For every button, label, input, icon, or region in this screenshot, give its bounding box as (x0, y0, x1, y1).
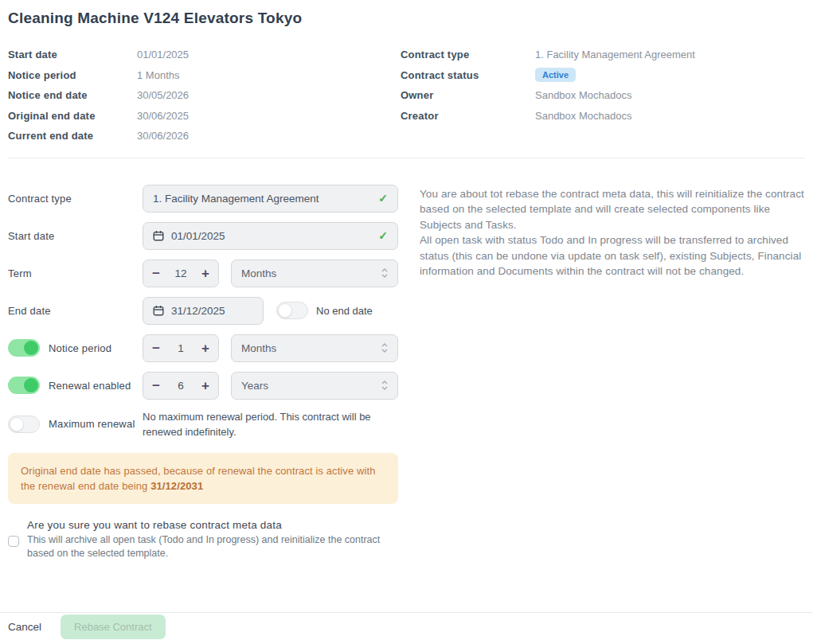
no-end-date-toggle[interactable] (276, 302, 308, 319)
summary-left: Start date 01/01/2025 Notice period 1 Mo… (8, 45, 401, 146)
notice-decrement-button[interactable]: − (152, 342, 160, 355)
summary-row-owner: Owner Sandbox Mochadocs (401, 85, 805, 106)
maximum-renewal-note: No maximum renewal period. This contract… (143, 409, 398, 439)
cancel-button[interactable]: Cancel (8, 621, 41, 633)
summary-value: 30/06/2025 (137, 110, 189, 122)
no-end-date-label: No end date (316, 305, 373, 317)
explanation-paragraph-1: You are about tot rebase the contract me… (420, 186, 805, 233)
summary-right: Contract type 1. Facility Management Agr… (401, 45, 805, 146)
chevron-updown-icon (381, 342, 388, 353)
summary-row-notice-period: Notice period 1 Months (8, 65, 401, 86)
renewal-unit-value: Years (241, 380, 268, 392)
summary-label: Contract type (401, 49, 535, 60)
summary-label: Start date (8, 49, 137, 60)
rebase-contract-button[interactable]: Rebase Contract (61, 615, 166, 639)
summary-label: Creator (401, 110, 535, 122)
renewal-value[interactable]: 6 (178, 380, 184, 392)
calendar-icon (153, 230, 164, 241)
summary-label: Notice period (8, 69, 137, 81)
summary-row-contract-status: Contract status Active (401, 65, 805, 86)
form-row-notice-period: Notice period − 1 + Months (8, 334, 398, 362)
contract-summary: Start date 01/01/2025 Notice period 1 Mo… (8, 45, 805, 146)
start-date-value: 01/01/2025 (171, 230, 225, 242)
form-row-renewal: Renewal enabled − 6 + Years (8, 372, 398, 400)
summary-row-current-end-date: Current end date 30/06/2026 (8, 126, 401, 146)
renewal-increment-button[interactable]: + (201, 379, 209, 392)
form-row-maximum-renewal: Maximum renewal No maximum renewal perio… (8, 409, 398, 439)
summary-row-notice-end-date: Notice end date 30/05/2026 (8, 85, 401, 106)
term-unit-value: Months (241, 267, 276, 279)
summary-value: 1 Months (137, 69, 179, 81)
field-label: Term (8, 267, 143, 279)
page-title: Cleaning Machine V124 Elevators Tokyo (8, 10, 805, 27)
form-row-term: Term − 12 + Months (8, 260, 398, 287)
status-badge: Active (535, 68, 576, 82)
calendar-icon (153, 305, 164, 316)
summary-label: Original end date (8, 110, 137, 122)
term-stepper: − 12 + (143, 260, 219, 287)
notice-period-value[interactable]: 1 (178, 342, 184, 354)
rebase-explanation: You are about tot rebase the contract me… (420, 185, 805, 560)
valid-check-icon: ✓ (378, 229, 388, 242)
notice-period-unit-value: Months (241, 342, 276, 354)
renewal-stepper: − 6 + (143, 372, 219, 400)
term-decrement-button[interactable]: − (152, 267, 160, 280)
summary-value: 30/05/2026 (137, 89, 189, 101)
field-label: Contract type (8, 193, 143, 205)
summary-label: Current end date (8, 130, 137, 142)
section-divider (8, 158, 805, 158)
notice-period-label: Notice period (49, 342, 111, 354)
confirm-checkbox[interactable] (8, 536, 19, 547)
renewal-warning-banner: Original end date has passed, because of… (8, 453, 398, 504)
form-row-start-date: Start date 01/01/2025 ✓ (8, 222, 398, 250)
summary-label: Owner (401, 89, 535, 101)
renewal-unit-select[interactable]: Years (231, 372, 398, 400)
summary-row-contract-type: Contract type 1. Facility Management Agr… (401, 45, 805, 65)
contract-type-select[interactable]: 1. Facility Management Agreement ✓ (143, 185, 398, 213)
valid-check-icon: ✓ (378, 192, 388, 205)
confirm-description: This will archive all open task (Todo an… (27, 533, 393, 560)
field-label: End date (8, 305, 143, 317)
maximum-renewal-toggle[interactable] (8, 416, 40, 433)
form-row-end-date: End date 31/12/2025 No end date (8, 297, 398, 325)
contract-type-value: 1. Facility Management Agreement (153, 193, 319, 205)
maximum-renewal-label: Maximum renewal (49, 418, 135, 430)
term-increment-button[interactable]: + (201, 267, 209, 280)
summary-row-start-date: Start date 01/01/2025 (8, 45, 401, 65)
confirm-title: Are you sure you want to rebase contract… (27, 519, 393, 531)
renewal-decrement-button[interactable]: − (152, 379, 160, 392)
explanation-paragraph-2: All open task with status Todo and In pr… (420, 232, 805, 279)
term-value[interactable]: 12 (174, 267, 186, 279)
field-label: Start date (8, 230, 143, 242)
warning-renewal-end-date: 31/12/2031 (150, 480, 203, 492)
footer-bar: Cancel Rebase Contract (0, 612, 813, 644)
contract-rebase-panel: Cleaning Machine V124 Elevators Tokyo St… (0, 0, 813, 644)
summary-label: Notice end date (8, 89, 137, 101)
summary-value: 1. Facility Management Agreement (535, 49, 695, 60)
form-row-contract-type: Contract type 1. Facility Management Agr… (8, 185, 398, 213)
rebase-form: Contract type 1. Facility Management Agr… (8, 185, 398, 560)
summary-value: 01/01/2025 (137, 49, 189, 60)
summary-value: Sandbox Mochadocs (535, 89, 631, 101)
chevron-updown-icon (381, 267, 388, 279)
summary-row-original-end-date: Original end date 30/06/2025 (8, 106, 401, 127)
notice-increment-button[interactable]: + (201, 342, 209, 355)
notice-period-toggle[interactable] (8, 339, 40, 357)
notice-period-unit-select[interactable]: Months (231, 334, 398, 362)
end-date-value: 31/12/2025 (171, 305, 225, 317)
notice-period-stepper: − 1 + (143, 334, 219, 362)
end-date-input[interactable]: 31/12/2025 (143, 297, 264, 325)
summary-value: Sandbox Mochadocs (535, 110, 631, 122)
term-unit-select[interactable]: Months (231, 260, 398, 287)
confirm-row: Are you sure you want to rebase contract… (8, 519, 398, 560)
start-date-input[interactable]: 01/01/2025 ✓ (143, 222, 398, 250)
renewal-enabled-toggle[interactable] (8, 377, 40, 394)
summary-row-creator: Creator Sandbox Mochadocs (401, 106, 805, 127)
summary-value: 30/06/2026 (137, 130, 189, 142)
renewal-enabled-label: Renewal enabled (49, 380, 131, 392)
chevron-updown-icon (381, 380, 388, 391)
summary-label: Contract status (401, 69, 535, 81)
